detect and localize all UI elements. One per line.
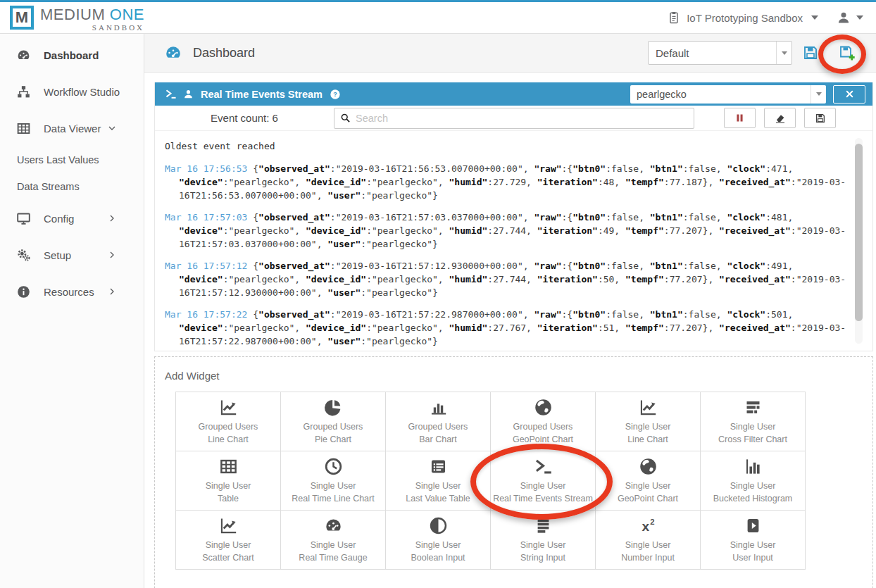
widget-title: Real Time Events Stream bbox=[201, 89, 323, 100]
widget-type-label: Real Time Gauge bbox=[299, 551, 367, 564]
svg-text:x: x bbox=[642, 518, 649, 533]
line-chart-icon bbox=[639, 398, 658, 417]
select-caret[interactable] bbox=[776, 42, 791, 64]
widget-group-label: Grouped Users bbox=[304, 420, 363, 433]
table-icon bbox=[219, 457, 238, 476]
device-select[interactable]: pearlgecko bbox=[630, 85, 826, 104]
widget-group-label: Single User bbox=[520, 480, 566, 492]
widget-type-label: Number Input bbox=[621, 551, 675, 564]
search-icon bbox=[340, 113, 351, 123]
widget-group-label: Single User bbox=[625, 480, 671, 492]
widget-group-label: Single User bbox=[311, 539, 356, 551]
pie-chart-icon bbox=[324, 398, 343, 417]
info-icon bbox=[15, 284, 32, 299]
org-selector[interactable]: IoT Prototyping Sandbox bbox=[667, 11, 818, 25]
svg-text:?: ? bbox=[333, 91, 337, 98]
widget-type-label: Real Time Line Chart bbox=[292, 492, 374, 505]
help-icon[interactable]: ? bbox=[330, 89, 341, 100]
add-widget-single-user-string-input[interactable]: Single UserString Input bbox=[491, 511, 596, 570]
add-widget-single-user-boolean-input[interactable]: Single UserBoolean Input bbox=[386, 511, 491, 570]
line-chart-icon bbox=[219, 398, 238, 417]
widget-group-label: Single User bbox=[625, 420, 671, 433]
widget-group-label: Single User bbox=[520, 539, 566, 551]
add-widget-grouped-users-line-chart[interactable]: Grouped UsersLine Chart bbox=[176, 392, 281, 451]
add-widget-panel: Add Widget Grouped UsersLine ChartGroupe… bbox=[154, 356, 873, 588]
device-select-value: pearlgecko bbox=[630, 89, 811, 100]
widget-type-label: Bucketed Histogram bbox=[713, 492, 793, 505]
add-widget-single-user-number-input[interactable]: x2Single UserNumber Input bbox=[596, 511, 701, 570]
add-widget-single-user-line-chart[interactable]: Single UserLine Chart bbox=[596, 392, 701, 451]
sidebar-item-setup[interactable]: Setup bbox=[0, 237, 144, 273]
event-list: Mar 16 17:56:53 {"observed_at":"2019-03-… bbox=[165, 162, 849, 351]
user-input-icon bbox=[744, 516, 763, 535]
widget-group-label: Single User bbox=[206, 539, 251, 551]
caret-down-icon bbox=[811, 15, 818, 20]
search-box bbox=[334, 108, 694, 129]
user-menu[interactable] bbox=[837, 11, 863, 25]
save-dashboard-button[interactable] bbox=[802, 44, 819, 61]
sidebar-item-data-viewer[interactable]: Data Viewer bbox=[0, 110, 144, 146]
event-timestamp: Mar 16 17:56:53 bbox=[165, 163, 247, 174]
add-widget-single-user-real-time-gauge[interactable]: Single UserReal Time Gauge bbox=[281, 511, 386, 570]
sidebar-item-data-streams[interactable]: Data Streams bbox=[0, 173, 144, 200]
event-timestamp: Mar 16 17:57:22 bbox=[165, 309, 247, 320]
pause-stream-button[interactable] bbox=[724, 108, 756, 128]
sidebar-item-label: Dashboard bbox=[44, 49, 132, 61]
add-widget-grouped-users-pie-chart[interactable]: Grouped UsersPie Chart bbox=[281, 392, 386, 451]
add-widget-grouped-users-bar-chart[interactable]: Grouped UsersBar Chart bbox=[386, 392, 491, 451]
cross-filter-icon bbox=[744, 398, 763, 417]
terminal-icon bbox=[534, 457, 553, 476]
select-caret[interactable] bbox=[811, 85, 826, 104]
add-widget-single-user-last-value-table[interactable]: Single UserLast Value Table bbox=[386, 451, 491, 511]
add-widget-single-user-cross-filter-chart[interactable]: Single UserCross Filter Chart bbox=[701, 392, 806, 451]
sidebar-item-resources[interactable]: Resources bbox=[0, 273, 144, 310]
event-log-entry: Mar 16 17:57:22 {"observed_at":"2019-03-… bbox=[165, 308, 849, 348]
gears-icon bbox=[15, 248, 32, 263]
sidebar-item-workflow-studio[interactable]: Workflow Studio bbox=[0, 73, 144, 110]
sidebar-item-users-last-values[interactable]: Users Last Values bbox=[0, 146, 144, 173]
sidebar-item-config[interactable]: Config bbox=[0, 200, 144, 237]
add-widget-single-user-real-time-line-chart[interactable]: Single UserReal Time Line Chart bbox=[281, 451, 386, 511]
widget-group-label: Single User bbox=[415, 539, 461, 551]
org-label: IoT Prototyping Sandbox bbox=[687, 12, 803, 24]
add-widget-grouped-users-geopoint-chart[interactable]: Grouped UsersGeoPoint Chart bbox=[491, 392, 596, 451]
clock-icon bbox=[324, 457, 343, 476]
real-time-events-stream-widget: Real Time Events Stream ? pearlgecko Eve… bbox=[154, 82, 873, 351]
log-status-message: Oldest event reached bbox=[165, 139, 849, 153]
bar-chart-icon bbox=[429, 398, 448, 417]
brand-name: MEDIUM ONE bbox=[40, 6, 144, 23]
clear-stream-button[interactable] bbox=[764, 108, 796, 128]
widget-group-label: Single User bbox=[730, 539, 776, 551]
close-widget-button[interactable] bbox=[833, 85, 865, 104]
eraser-icon bbox=[775, 113, 786, 124]
widget-type-label: Scatter Chart bbox=[202, 551, 254, 564]
sidebar-item-label: Config bbox=[44, 213, 104, 225]
search-input[interactable] bbox=[356, 113, 694, 124]
boolean-icon bbox=[429, 516, 448, 535]
close-icon bbox=[845, 89, 854, 99]
add-widget-single-user-table[interactable]: Single UserTable bbox=[176, 451, 281, 511]
add-dashboard-button[interactable] bbox=[839, 44, 856, 61]
gauge-icon bbox=[324, 516, 343, 535]
clipboard-icon bbox=[667, 11, 681, 25]
add-widget-single-user-real-time-events-stream[interactable]: Single UserReal Time Events Stream bbox=[491, 451, 596, 511]
widget-group-label: Single User bbox=[206, 480, 251, 492]
add-widget-single-user-bucketed-histogram[interactable]: Single UserBucketed Histogram bbox=[701, 451, 806, 511]
widget-group-label: Grouped Users bbox=[199, 420, 258, 433]
add-widget-single-user-user-input[interactable]: Single UserUser Input bbox=[701, 511, 806, 570]
widget-type-label: Real Time Events Stream bbox=[493, 492, 593, 505]
save-icon bbox=[815, 113, 826, 124]
add-widget-single-user-geopoint-chart[interactable]: Single UserGeoPoint Chart bbox=[596, 451, 701, 511]
add-widget-single-user-scatter-chart[interactable]: Single UserScatter Chart bbox=[176, 511, 281, 570]
caret-down-icon bbox=[856, 15, 863, 20]
widget-type-label: Table bbox=[218, 492, 239, 505]
widget-group-label: Single User bbox=[625, 539, 671, 551]
widget-type-label: GeoPoint Chart bbox=[618, 492, 678, 505]
chevron-right-icon bbox=[104, 214, 120, 223]
string-input-icon bbox=[534, 516, 553, 535]
log-scrollbar-thumb[interactable] bbox=[855, 144, 863, 321]
widget-type-label: User Input bbox=[732, 551, 773, 564]
dashboard-select[interactable]: Default bbox=[648, 41, 792, 65]
sidebar-item-dashboard[interactable]: Dashboard bbox=[0, 37, 144, 73]
save-stream-button[interactable] bbox=[804, 108, 836, 128]
